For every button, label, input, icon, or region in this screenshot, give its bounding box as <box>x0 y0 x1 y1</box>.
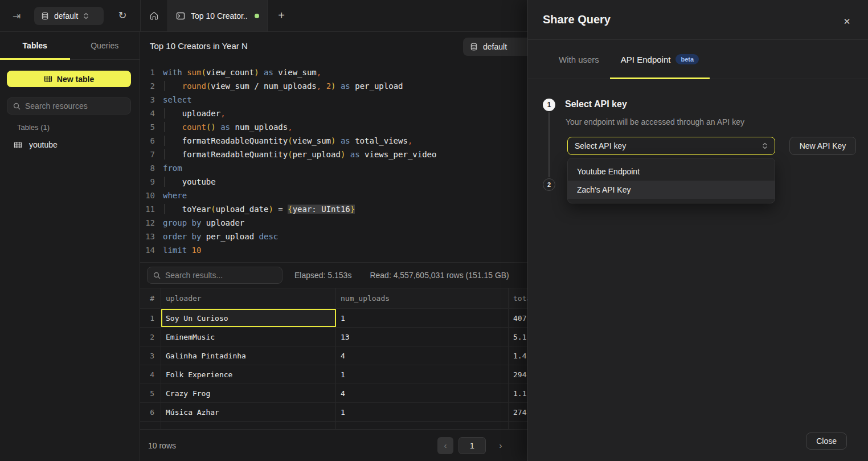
cell-row-number[interactable]: 1 <box>140 309 161 327</box>
sidebar: Tables Queries New table Tables (1) yout… <box>0 32 140 461</box>
cell-total-views[interactable]: 1.1 <box>509 384 527 402</box>
close-button[interactable]: Close <box>806 433 847 450</box>
tab-queries[interactable]: Queries <box>70 32 140 59</box>
header-num-uploads[interactable]: num_uploads <box>336 288 509 308</box>
partial-cell <box>161 422 336 429</box>
new-table-button[interactable]: New table <box>7 71 131 87</box>
api-key-select[interactable]: Select API key <box>567 137 775 155</box>
row-count: 10 rows <box>148 441 176 450</box>
collapse-sidebar-icon[interactable]: ⇥ <box>9 9 24 23</box>
share-query-panel: Share Query ✕ With users API Endpoint be… <box>527 0 868 461</box>
cell-num-uploads[interactable]: 13 <box>336 328 509 346</box>
step-2-indicator: 2 <box>543 178 555 191</box>
results-toolbar: Elapsed: 5.153s Read: 4,557,605,031 rows… <box>140 262 527 288</box>
code-line: 12group by uploader <box>140 216 527 230</box>
code-text: limit 10 <box>163 243 201 257</box>
code-line: 4 uploader, <box>140 107 527 120</box>
panel-tabs: With users API Endpoint beta <box>528 40 868 79</box>
tab-tables[interactable]: Tables <box>0 32 70 59</box>
database-icon <box>470 43 478 51</box>
search-resources-input[interactable] <box>25 101 128 111</box>
table-row: 4Folk Experience1294 <box>140 365 527 384</box>
results-search <box>147 267 282 284</box>
cell-total-views[interactable]: 274 <box>509 403 527 421</box>
tab-api-endpoint[interactable]: API Endpoint beta <box>610 40 710 79</box>
cell-uploader[interactable]: Galinha Pintadinha <box>161 346 336 365</box>
line-number: 13 <box>140 230 155 243</box>
cell-num-uploads[interactable]: 1 <box>336 309 509 327</box>
code-text: where <box>163 189 187 202</box>
query-tab[interactable]: Top 10 Creator... <box>167 0 268 31</box>
close-icon[interactable]: ✕ <box>841 15 853 28</box>
cell-row-number[interactable]: 4 <box>140 365 161 384</box>
sql-editor[interactable]: 1with sum(view_count) as view_sum,2 roun… <box>140 60 527 262</box>
panel-header: Share Query ✕ <box>528 0 868 40</box>
code-text: toYear(upload_date) = {year: UInt16} <box>163 202 355 216</box>
beta-badge: beta <box>675 54 699 64</box>
line-number: 5 <box>140 120 155 134</box>
header-total-views[interactable]: total_views <box>509 288 527 308</box>
tab-api-endpoint-label: API Endpoint <box>621 55 671 64</box>
dropdown-option[interactable]: Zach's API Key <box>568 181 775 199</box>
database-selector-value: default <box>54 11 78 21</box>
cell-row-number[interactable]: 2 <box>140 328 161 346</box>
search-results-input[interactable] <box>165 271 276 280</box>
database-selector[interactable]: default <box>34 7 104 25</box>
cell-row-number[interactable]: 6 <box>140 403 161 421</box>
cell-uploader[interactable]: Crazy Frog <box>161 384 336 402</box>
api-key-dropdown: Youtube EndpointZach's API Key <box>567 158 775 203</box>
cell-uploader[interactable]: Folk Experience <box>161 365 336 384</box>
sidebar-tabs: Tables Queries <box>0 32 140 60</box>
line-number: 3 <box>140 93 155 107</box>
chevron-updown-icon <box>83 12 89 20</box>
query-database-value: default <box>483 42 507 51</box>
line-number: 12 <box>140 216 155 230</box>
cell-uploader[interactable]: EminemMusic <box>161 328 336 346</box>
header-index[interactable]: # <box>140 288 161 308</box>
code-text: from <box>163 161 182 175</box>
cell-total-views[interactable]: 294 <box>509 365 527 384</box>
cell-total-views[interactable]: 5.1 <box>509 328 527 346</box>
cell-total-views[interactable]: 1.4 <box>509 346 527 365</box>
pagination: ‹ 1 › <box>437 437 508 454</box>
refresh-icon[interactable]: ↻ <box>115 8 130 23</box>
code-line: 3select <box>140 93 527 107</box>
header-uploader[interactable]: uploader <box>161 288 336 308</box>
code-text: uploader, <box>163 107 226 120</box>
tables-section-label: Tables (1) <box>17 123 50 132</box>
new-tab-button[interactable]: + <box>268 0 295 31</box>
table-grid-icon <box>14 141 22 149</box>
select-api-key-heading: Select API key <box>565 99 627 109</box>
cell-num-uploads[interactable]: 4 <box>336 346 509 365</box>
line-number: 7 <box>140 148 155 161</box>
current-page-button[interactable]: 1 <box>458 437 486 454</box>
query-title: Top 10 Creators in Year N <box>150 41 248 51</box>
tab-with-users[interactable]: With users <box>548 40 610 79</box>
cell-row-number[interactable]: 5 <box>140 384 161 402</box>
search-icon <box>13 103 21 110</box>
main-area: Top 10 Creators in Year N default 1with … <box>140 32 527 461</box>
code-text: formatReadableQuantity(view_sum) as tota… <box>163 134 412 148</box>
next-page-button[interactable]: › <box>493 437 508 454</box>
dropdown-option[interactable]: Youtube Endpoint <box>568 162 775 181</box>
code-line: 7 formatReadableQuantity(per_upload) as … <box>140 148 527 161</box>
new-api-key-button[interactable]: New API Key <box>789 137 856 155</box>
sidebar-item-youtube-table[interactable]: youtube <box>7 136 131 153</box>
cell-num-uploads[interactable]: 4 <box>336 384 509 402</box>
code-line: 6 formatReadableQuantity(view_sum) as to… <box>140 134 527 148</box>
cell-uploader[interactable]: Música Azhar <box>161 403 336 421</box>
home-button[interactable] <box>140 0 167 31</box>
line-number: 2 <box>140 79 155 93</box>
code-text: order by per_upload desc <box>163 230 278 243</box>
select-api-key-description: Your endpoint will be accessed through a… <box>566 117 744 127</box>
indent-guide <box>164 122 165 132</box>
cell-total-views[interactable]: 407 <box>509 309 527 327</box>
database-icon <box>41 12 49 20</box>
cell-uploader[interactable]: Soy Un Curioso <box>161 309 336 327</box>
cell-num-uploads[interactable]: 1 <box>336 403 509 421</box>
prev-page-button[interactable]: ‹ <box>437 437 453 454</box>
cell-row-number[interactable]: 3 <box>140 346 161 365</box>
cell-num-uploads[interactable]: 1 <box>336 365 509 384</box>
new-table-label: New table <box>57 75 94 84</box>
code-line: 14limit 10 <box>140 243 527 257</box>
